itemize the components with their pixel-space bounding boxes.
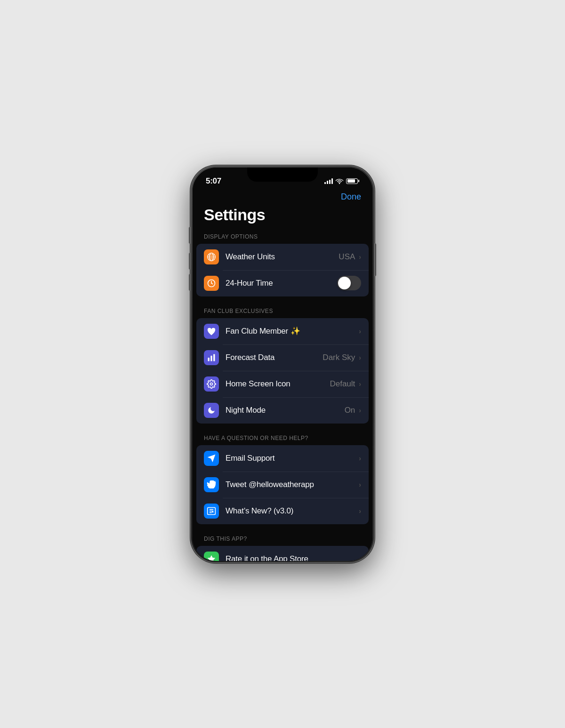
- weather-units-value: USA: [339, 252, 355, 262]
- screen: 5:07: [193, 168, 372, 561]
- chevron-icon: ›: [359, 481, 361, 488]
- svg-marker-12: [208, 555, 216, 560]
- section-display-options: DISPLAY OPTIONS: [193, 233, 372, 296]
- night-mode-value: On: [345, 406, 355, 415]
- chevron-icon: ›: [359, 507, 361, 515]
- section-group-help: Email Support › Tweet @helloweatherapp: [196, 445, 369, 524]
- section-header-dig-app: DIG THIS APP?: [193, 536, 372, 546]
- svg-point-9: [210, 383, 213, 385]
- row-weather-units[interactable]: Weather Units USA ›: [196, 244, 369, 270]
- whats-new-label: What's New? (v3.0): [226, 506, 359, 516]
- content-area[interactable]: Done Settings DISPLAY OPTIONS: [193, 188, 372, 561]
- chevron-icon: ›: [359, 253, 361, 261]
- wifi-icon: [336, 178, 343, 184]
- row-home-screen-icon[interactable]: Home Screen Icon Default ›: [196, 371, 369, 397]
- settings-gear-icon: [204, 376, 219, 392]
- home-screen-icon-value: Default: [330, 379, 355, 389]
- battery-icon: [346, 178, 359, 184]
- signal-bars-icon: [324, 178, 333, 184]
- news-icon: [204, 504, 219, 519]
- svg-rect-11: [212, 511, 214, 512]
- night-mode-label: Night Mode: [226, 406, 345, 415]
- chevron-icon: ›: [359, 455, 361, 462]
- row-rate-app[interactable]: Rate it on the App Store ›: [196, 546, 369, 561]
- done-button[interactable]: Done: [341, 192, 361, 202]
- section-group-fan-club: Fan Club Member ✨ ›: [196, 318, 369, 424]
- section-group-dig-app: Rate it on the App Store ›: [196, 546, 369, 561]
- chart-bar-icon: [204, 350, 219, 365]
- row-24-hour-time[interactable]: 24-Hour Time: [196, 270, 369, 296]
- status-time: 5:07: [206, 176, 221, 186]
- heart-icon: [204, 324, 219, 339]
- chevron-icon: ›: [359, 380, 361, 388]
- chevron-icon: ›: [359, 407, 361, 414]
- notch: [247, 168, 318, 182]
- section-fan-club: FAN CLUB EXCLUSIVES Fan Club Member ✨ ›: [193, 308, 372, 424]
- chevron-icon: ›: [359, 555, 361, 561]
- paper-plane-icon: [204, 451, 219, 466]
- row-fan-club-member[interactable]: Fan Club Member ✨ ›: [196, 318, 369, 344]
- section-header-display: DISPLAY OPTIONS: [193, 233, 372, 244]
- row-forecast-data[interactable]: Forecast Data Dark Sky ›: [196, 344, 369, 371]
- chevron-icon: ›: [359, 328, 361, 335]
- section-help: HAVE A QUESTION OR NEED HELP? Email Supp…: [193, 435, 372, 524]
- rate-app-label: Rate it on the App Store: [226, 554, 359, 561]
- clock-icon: [204, 276, 219, 291]
- forecast-data-label: Forecast Data: [226, 353, 323, 362]
- email-support-label: Email Support: [226, 454, 359, 463]
- section-dig-app: DIG THIS APP? Rate it on the App Store ›: [193, 536, 372, 561]
- nav-bar: Done: [193, 188, 372, 204]
- row-night-mode[interactable]: Night Mode On ›: [196, 397, 369, 424]
- home-screen-icon-label: Home Screen Icon: [226, 379, 330, 389]
- moon-icon: [204, 403, 219, 418]
- tweet-label: Tweet @helloweatherapp: [226, 480, 359, 489]
- 24-hour-time-label: 24-Hour Time: [226, 279, 337, 288]
- svg-rect-6: [208, 358, 210, 361]
- page-title: Settings: [193, 204, 372, 233]
- 24-hour-time-toggle[interactable]: [337, 276, 361, 290]
- twitter-icon: [204, 477, 219, 492]
- weather-units-label: Weather Units: [226, 252, 339, 262]
- phone-inner: 5:07: [193, 168, 372, 561]
- phone-frame: 5:07: [191, 166, 374, 563]
- star-icon: [204, 552, 219, 561]
- globe-icon: [204, 249, 219, 264]
- fan-club-member-label: Fan Club Member ✨: [226, 326, 359, 336]
- section-header-fan-club: FAN CLUB EXCLUSIVES: [193, 308, 372, 318]
- forecast-data-value: Dark Sky: [323, 353, 355, 362]
- svg-rect-8: [213, 354, 215, 361]
- row-whats-new[interactable]: What's New? (v3.0) ›: [196, 498, 369, 524]
- row-email-support[interactable]: Email Support ›: [196, 445, 369, 472]
- chevron-icon: ›: [359, 354, 361, 361]
- row-tweet[interactable]: Tweet @helloweatherapp ›: [196, 472, 369, 498]
- section-header-help: HAVE A QUESTION OR NEED HELP?: [193, 435, 372, 445]
- status-icons: [324, 178, 359, 184]
- svg-rect-7: [210, 355, 212, 361]
- section-group-display: Weather Units USA ›: [196, 244, 369, 296]
